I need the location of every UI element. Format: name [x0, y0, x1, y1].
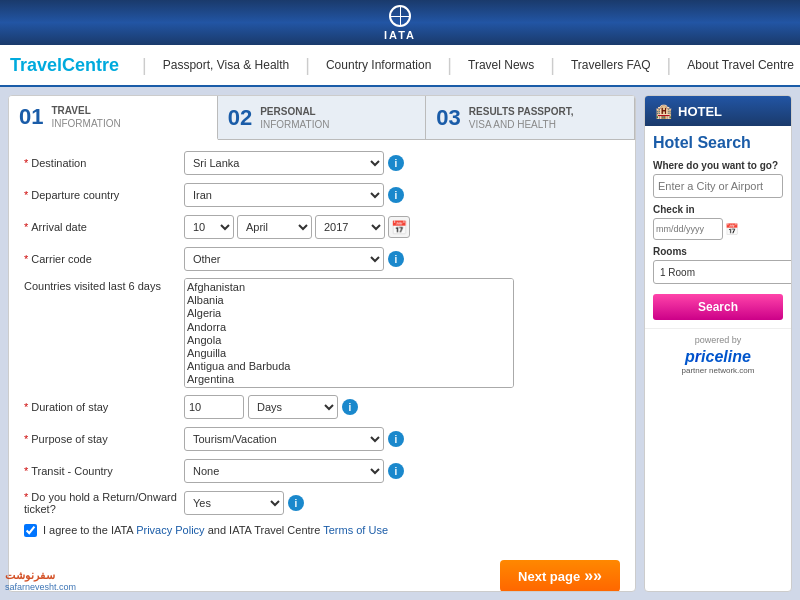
return-control: Yes i [184, 491, 620, 515]
hotel-checkin-field: Check in 📅 [653, 204, 783, 240]
countries-listbox[interactable]: Afghanistan Albania Algeria Andorra Ango… [184, 278, 514, 388]
agree-checkbox[interactable] [24, 524, 37, 537]
privacy-link[interactable]: Privacy Policy [136, 524, 204, 536]
next-btn-label: Next page [518, 569, 580, 584]
calendar-icon[interactable]: 📅 [388, 216, 410, 238]
destination-info-icon[interactable]: i [388, 155, 404, 171]
hotel-body: Hotel Search Where do you want to go? Ch… [645, 126, 791, 328]
countries-label: Countries visited last 6 days [24, 278, 184, 292]
watermark: سفرنوشت safarnevesht.com [5, 569, 76, 592]
nav-passport[interactable]: Passport, Visa & Health [155, 58, 298, 72]
powered-by-text: powered by [653, 335, 783, 345]
arrival-month-select[interactable]: April [237, 215, 312, 239]
destination-select[interactable]: Sri Lanka [184, 151, 384, 175]
nav-divider-5: | [667, 55, 672, 76]
arrival-day-select[interactable]: 10 [184, 215, 234, 239]
transit-row: *Transit - Country None i [24, 458, 620, 484]
nav-country[interactable]: Country Information [318, 58, 439, 72]
transit-control: None i [184, 459, 620, 483]
purpose-label: *Purpose of stay [24, 433, 184, 445]
hotel-where-label: Where do you want to go? [653, 160, 783, 171]
countries-row: Countries visited last 6 days Afghanista… [24, 278, 620, 388]
nav-about[interactable]: About Travel Centre [679, 58, 800, 72]
hotel-rooms-label: Rooms [653, 246, 792, 257]
hotel-rooms-select[interactable]: 1 Room [653, 260, 792, 284]
carrier-info-icon[interactable]: i [388, 251, 404, 267]
step-num-2: 02 [228, 107, 252, 129]
hotel-search-button[interactable]: Search [653, 294, 783, 320]
carrier-control: Other i [184, 247, 620, 271]
checkin-cal-icon[interactable]: 📅 [725, 223, 739, 236]
step-num-3: 03 [436, 107, 460, 129]
checkbox-row: I agree to the IATA Privacy Policy and I… [24, 524, 620, 537]
priceline-sub: partner network.com [653, 366, 783, 375]
countries-listbox-wrap: Afghanistan Albania Algeria Andorra Ango… [184, 278, 514, 388]
form-body: *Destination Sri Lanka i *Departure coun… [9, 140, 635, 555]
purpose-select[interactable]: Tourism/Vacation [184, 427, 384, 451]
duration-control: Days i [184, 395, 620, 419]
hotel-rooms-row: Rooms 1 Room G 2 [653, 246, 783, 284]
purpose-info-icon[interactable]: i [388, 431, 404, 447]
duration-row: *Duration of stay Days i [24, 394, 620, 420]
terms-link[interactable]: Terms of Use [323, 524, 388, 536]
arrival-year-select[interactable]: 2017 [315, 215, 385, 239]
priceline-logo: priceline [653, 348, 783, 366]
hotel-checkin-input[interactable] [653, 218, 723, 240]
carrier-select[interactable]: Other [184, 247, 384, 271]
destination-row: *Destination Sri Lanka i [24, 150, 620, 176]
purpose-control: Tourism/Vacation i [184, 427, 620, 451]
step-label-2: PERSONAL INFORMATION [260, 105, 329, 131]
nav-faq[interactable]: Travellers FAQ [563, 58, 659, 72]
transit-select[interactable]: None [184, 459, 384, 483]
arrival-row: *Arrival date 10 April 2017 📅 [24, 214, 620, 240]
departure-row: *Departure country Iran i [24, 182, 620, 208]
priceline-section: powered by priceline partner network.com [645, 328, 791, 381]
step-tab-1[interactable]: 01 TRAVEL INFORMATION [9, 96, 218, 140]
nav-divider-2: | [305, 55, 310, 76]
duration-input[interactable] [184, 395, 244, 419]
departure-info-icon[interactable]: i [388, 187, 404, 203]
chevron-right-icon: »» [584, 567, 602, 585]
departure-select[interactable]: Iran [184, 183, 384, 207]
step-tabs: 01 TRAVEL INFORMATION 02 PERSONAL INFORM… [9, 96, 635, 140]
return-select[interactable]: Yes [184, 491, 284, 515]
duration-wrap: Days i [184, 395, 358, 419]
transit-info-icon[interactable]: i [388, 463, 404, 479]
nav-news[interactable]: Travel News [460, 58, 542, 72]
departure-label: *Departure country [24, 189, 184, 201]
iata-logo: IATA [384, 5, 416, 41]
date-wrap: 10 April 2017 📅 [184, 215, 410, 239]
return-label: *Do you hold a Return/Onward ticket? [24, 491, 184, 515]
arrival-label: *Arrival date [24, 221, 184, 233]
duration-info-icon[interactable]: i [342, 399, 358, 415]
transit-label: *Transit - Country [24, 465, 184, 477]
duration-unit-select[interactable]: Days [248, 395, 338, 419]
next-page-button[interactable]: Next page »» [500, 560, 620, 592]
destination-control: Sri Lanka i [184, 151, 620, 175]
carrier-row: *Carrier code Other i [24, 246, 620, 272]
iata-text: IATA [384, 29, 416, 41]
nav-divider-1: | [142, 55, 147, 76]
step-tab-3[interactable]: 03 RESULTS PASSPORT, VISA AND HEALTH [426, 96, 635, 139]
arrival-control: 10 April 2017 📅 [184, 215, 620, 239]
return-info-icon[interactable]: i [288, 495, 304, 511]
iata-bar: IATA [0, 0, 800, 45]
hotel-city-input[interactable] [653, 174, 783, 198]
step-label-1: TRAVEL INFORMATION [51, 104, 120, 130]
form-footer: Next page »» [9, 555, 635, 592]
brand-centre: Centre [62, 55, 119, 75]
hotel-dates-row: Check in 📅 [653, 204, 783, 240]
countries-control: Afghanistan Albania Algeria Andorra Ango… [184, 278, 620, 388]
carrier-label: *Carrier code [24, 253, 184, 265]
purpose-row: *Purpose of stay Tourism/Vacation i [24, 426, 620, 452]
main-content: 01 TRAVEL INFORMATION 02 PERSONAL INFORM… [0, 87, 800, 600]
step-tab-2[interactable]: 02 PERSONAL INFORMATION [218, 96, 427, 139]
destination-label: *Destination [24, 157, 184, 169]
step-num-1: 01 [19, 106, 43, 128]
step-label-3: RESULTS PASSPORT, VISA AND HEALTH [469, 105, 574, 131]
nav-bar: TravelCentre | Passport, Visa & Health |… [0, 45, 800, 87]
form-area: 01 TRAVEL INFORMATION 02 PERSONAL INFORM… [8, 95, 636, 592]
hotel-panel: 🏨 HOTEL Hotel Search Where do you want t… [644, 95, 792, 592]
departure-control: Iran i [184, 183, 620, 207]
hotel-rooms-field: Rooms 1 Room [653, 246, 792, 284]
